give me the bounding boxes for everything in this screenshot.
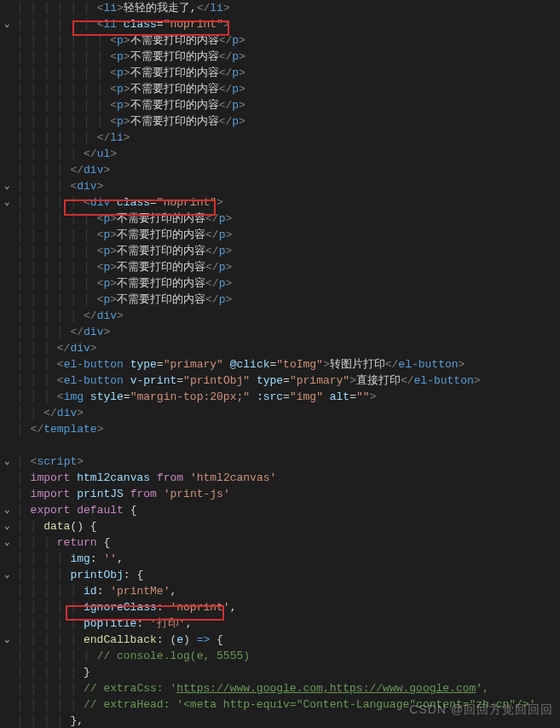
code-line[interactable]: ⌄│ │ │ │ │ │ <li class="noprint"> [0,16,560,32]
code-token: < [97,0,104,16]
code-token: < [57,356,64,373]
code-line[interactable]: │ │ │ │ │ popTitle: '打印', [0,615,560,632]
code-token: < [110,97,117,113]
code-line[interactable]: │ │ │ │ │ </div> [0,308,560,324]
code-line[interactable]: │ │ │ │ img: '', [0,551,560,567]
code-line[interactable]: │ │ │ │ │ } [0,664,560,680]
fold-chevron-icon[interactable]: ⌄ [4,502,10,518]
indent-guides: │ │ │ │ │ │ [17,648,97,664]
fold-chevron-icon[interactable]: ⌄ [4,194,10,211]
code-token: 转图片打印 [330,356,385,373]
code-token: > [225,292,232,308]
code-token: p [232,81,239,97]
code-line[interactable]: │ │ │ │ │ </ul> [0,146,560,162]
code-line[interactable]: ⌄│ │ │ │ │ endCallback: (e) => { [0,632,560,648]
code-line[interactable]: │ │ │ │ │ │ │ <p>不需要打印的内容</p> [0,81,560,97]
indent-guides: │ │ │ [17,389,57,405]
code-line[interactable]: │ │ │ │ │ │ <p>不需要打印的内容</p> [0,227,560,243]
code-line[interactable]: ⌄│ <script> [0,454,560,470]
code-line[interactable]: │ │ │ │ │ ignoreClass: 'noprint', [0,599,560,615]
code-line[interactable]: │ │ │ <img style="margin-top:20px;" :src… [0,389,560,405]
indent-guides: │ │ │ │ │ │ │ [17,97,110,113]
code-line[interactable]: │ │ │ │ │ id: 'printMe', [0,583,560,599]
indent-guides: │ [17,421,31,437]
code-token: import [31,486,71,502]
code-line[interactable]: ⌄│ │ │ │ printObj: { [0,567,560,583]
code-line[interactable]: ⌄│ │ data() { [0,518,560,534]
code-line[interactable]: │ │ </div> [0,405,560,421]
code-line[interactable]: │ │ │ <el-button v-print="printObj" type… [0,373,560,389]
indent-guides: │ │ [17,405,43,421]
code-line[interactable]: │ │ │ │ │ │ │ <p>不需要打印的内容</p> [0,49,560,65]
code-line[interactable] [0,437,560,454]
code-line[interactable]: │ │ │ │ │ │ <p>不需要打印的内容</p> [0,275,560,292]
code-token: } [84,664,90,680]
code-token: = [349,389,356,405]
code-token: }, [70,713,84,728]
code-token: </ [205,243,219,259]
code-line[interactable]: │ </template> [0,421,560,437]
indent-guides: │ [17,502,31,518]
code-line[interactable]: │ │ │ │ │ │ <p>不需要打印的内容</p> [0,292,560,308]
indent-guides: │ │ │ │ │ [17,680,84,696]
code-line[interactable]: │ │ │ │ │ │ <li>轻轻的我走了,</li> [0,0,560,16]
code-line[interactable]: ⌄│ export default { [0,502,560,518]
code-token: p [232,97,239,113]
code-token: p [117,32,124,49]
code-line[interactable]: │ │ │ │ </div> [0,162,560,178]
code-token: > [239,81,245,97]
code-token: < [97,259,104,275]
code-token: div [90,194,110,211]
indent-guides: │ │ │ │ [17,178,70,194]
fold-chevron-icon[interactable]: ⌄ [4,454,10,470]
code-token: > [225,243,232,259]
code-line[interactable]: ⌄│ │ │ │ <div> [0,178,560,194]
fold-chevron-icon[interactable]: ⌄ [4,632,10,648]
code-line[interactable]: │ │ │ │ │ │ <p>不需要打印的内容</p> [0,211,560,227]
code-line[interactable]: │ │ │ │ │ │ │ <p>不需要打印的内容</p> [0,65,560,81]
code-token: , [230,599,237,615]
fold-chevron-icon[interactable]: ⌄ [4,518,10,534]
code-line[interactable]: │ import html2canvas from 'html2canvas' [0,470,560,486]
code-token: ) [183,632,197,648]
code-line[interactable]: │ │ │ </div> [0,340,560,356]
code-token: el-button [414,373,474,389]
code-line[interactable]: │ │ │ │ │ │ </li> [0,130,560,146]
code-token: { [210,632,223,648]
code-line[interactable]: ⌄│ │ │ return { [0,534,560,551]
code-token: 不需要打印的内容 [117,259,205,275]
code-token: template [43,421,96,437]
code-token: type [250,373,283,389]
indent-guides: │ │ │ │ │ │ [17,0,97,16]
code-line[interactable]: │ │ │ │ │ │ // console.log(e, 5555) [0,648,560,664]
code-token: p [219,275,226,292]
code-line[interactable]: │ │ │ │ │ │ │ <p>不需要打印的内容</p> [0,97,560,113]
code-line[interactable]: │ │ │ │ │ │ <p>不需要打印的内容</p> [0,259,560,275]
fold-chevron-icon[interactable]: ⌄ [4,534,10,551]
code-line[interactable]: │ │ │ │ │ │ <p>不需要打印的内容</p> [0,243,560,259]
fold-chevron-icon[interactable]: ⌄ [4,16,10,32]
code-token: > [110,292,117,308]
code-line[interactable]: │ │ │ │ │ │ │ <p>不需要打印的内容</p> [0,32,560,49]
code-line[interactable]: ⌄│ │ │ │ │ <div class="noprint"> [0,194,560,211]
code-line[interactable]: │ │ │ │ │ // extraCss: 'https://www.goog… [0,680,560,696]
fold-chevron-icon[interactable]: ⌄ [4,178,10,194]
code-line[interactable]: │ import printJS from 'print-js' [0,486,560,502]
code-token: </ [70,324,84,340]
code-token: > [77,405,84,421]
indent-guides: │ │ │ │ │ │ [17,243,97,259]
code-token: p [219,243,226,259]
code-token: > [216,194,223,211]
code-line[interactable]: │ │ │ <el-button type="primary" @click="… [0,356,560,373]
code-editor[interactable]: │ │ │ │ │ │ <li>轻轻的我走了,</li>⌄│ │ │ │ │ │… [0,0,560,728]
code-line[interactable]: │ │ │ │ │ │ │ <p>不需要打印的内容</p> [0,113,560,130]
code-token: > [110,259,117,275]
code-token: p [103,243,110,259]
code-line[interactable]: │ │ │ │ </div> [0,324,560,340]
fold-chevron-icon[interactable]: ⌄ [4,567,10,583]
code-token: li [110,130,124,146]
code-token: "primary" [290,373,349,389]
indent-guides: │ │ │ │ │ [17,583,84,599]
code-token: > [124,130,130,146]
indent-guides: │ │ │ │ │ │ [17,130,97,146]
